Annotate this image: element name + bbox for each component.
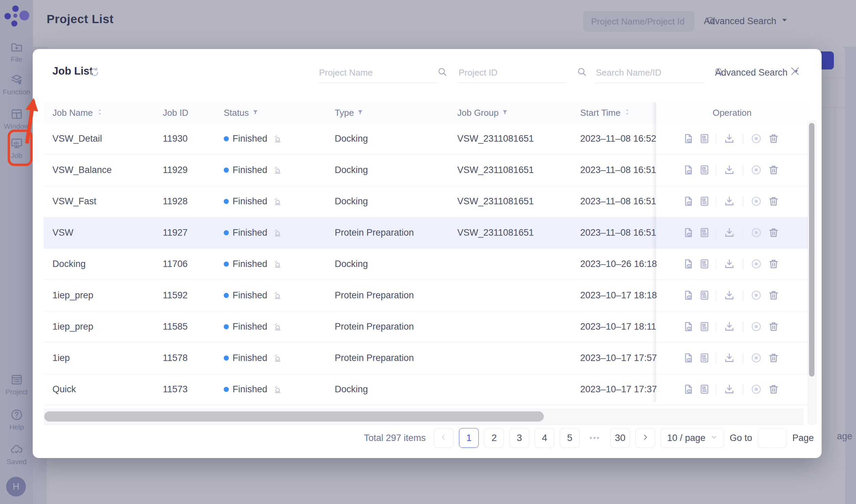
log-icon[interactable] (699, 195, 711, 208)
download-icon[interactable] (724, 258, 736, 270)
download-icon[interactable] (724, 289, 736, 302)
sorter-icon[interactable] (96, 108, 104, 118)
view-result-icon[interactable] (683, 195, 695, 208)
page-size-label: 10 / page (667, 433, 706, 443)
table-row[interactable]: 1iep_prep11592FinishedProtein Preparatio… (44, 280, 808, 311)
table-row[interactable]: VSW11927FinishedProtein PreparationVSW_2… (44, 217, 808, 249)
table-row[interactable]: 1iep11578FinishedProtein Preparation2023… (44, 343, 808, 374)
goto-page-input[interactable] (758, 428, 787, 448)
table-row[interactable]: VSW_Detail11930FinishedDockingVSW_231108… (44, 123, 808, 155)
alarm-icon[interactable] (273, 291, 282, 300)
pagination-page-30[interactable]: 30 (610, 428, 630, 448)
project-id-filter[interactable] (458, 63, 566, 83)
log-icon[interactable] (699, 383, 711, 396)
search-icon[interactable] (437, 67, 447, 78)
view-result-icon[interactable] (683, 321, 695, 333)
log-icon[interactable] (699, 321, 711, 333)
funnel-icon[interactable] (357, 108, 364, 118)
pagination-page-2[interactable]: 2 (484, 428, 504, 448)
table-row[interactable]: Quick11573FinishedDocking2023–10–17 17:3… (44, 374, 808, 405)
stop-icon (750, 133, 763, 145)
alarm-icon[interactable] (273, 134, 282, 143)
vertical-scrollbar-thumb[interactable] (809, 123, 814, 377)
pagination-page-4[interactable]: 4 (535, 428, 554, 448)
close-icon[interactable] (789, 65, 803, 79)
alarm-icon[interactable] (273, 322, 282, 331)
download-icon[interactable] (724, 133, 736, 145)
column-header-start-time[interactable]: Start Time (580, 102, 631, 123)
download-icon[interactable] (724, 164, 736, 176)
status-text: Finished (233, 290, 267, 301)
project-name-filter[interactable] (318, 63, 438, 83)
refresh-icon[interactable] (89, 67, 100, 78)
pagination-prev-button[interactable] (434, 428, 454, 448)
delete-icon[interactable] (768, 383, 780, 396)
project-id-input[interactable] (458, 67, 573, 78)
pagination-page-1[interactable]: 1 (459, 428, 479, 448)
delete-icon[interactable] (768, 164, 780, 176)
delete-icon[interactable] (768, 289, 780, 302)
alarm-icon[interactable] (273, 197, 282, 206)
funnel-icon[interactable] (502, 108, 508, 118)
download-icon[interactable] (724, 352, 736, 364)
search-name-filter[interactable] (595, 63, 704, 83)
alarm-icon[interactable] (273, 166, 282, 175)
funnel-icon[interactable] (252, 108, 259, 118)
download-icon[interactable] (724, 227, 736, 239)
view-result-icon[interactable] (683, 133, 695, 145)
alarm-icon[interactable] (273, 353, 282, 363)
horizontal-scrollbar[interactable] (44, 409, 804, 425)
modal-advanced-search[interactable]: Advanced Search (715, 63, 800, 82)
pagination-ellipsis[interactable]: ••• (585, 434, 605, 442)
delete-icon[interactable] (768, 133, 780, 145)
operation-divider (743, 259, 743, 270)
project-name-input[interactable] (318, 67, 434, 78)
log-icon[interactable] (699, 352, 711, 364)
operation-divider (716, 165, 716, 176)
search-name-input[interactable] (595, 67, 711, 78)
delete-icon[interactable] (768, 258, 780, 270)
view-result-icon[interactable] (683, 164, 695, 176)
delete-icon[interactable] (768, 227, 780, 239)
delete-icon[interactable] (768, 321, 780, 333)
log-icon[interactable] (699, 227, 711, 239)
table-row[interactable]: 1iep_prep11585FinishedProtein Preparatio… (44, 311, 808, 343)
log-icon[interactable] (699, 164, 711, 176)
operation-divider (743, 353, 743, 364)
delete-icon[interactable] (768, 352, 780, 364)
operation-divider (716, 196, 716, 207)
log-icon[interactable] (699, 289, 711, 302)
pagination-next-button[interactable] (635, 428, 655, 448)
download-icon[interactable] (724, 321, 736, 333)
column-header-job-group[interactable]: Job Group (457, 102, 508, 123)
search-icon[interactable] (577, 67, 587, 78)
view-result-icon[interactable] (683, 352, 695, 364)
table-row[interactable]: Docking11706FinishedDocking2023–10–26 16… (44, 249, 808, 280)
view-result-icon[interactable] (683, 383, 695, 396)
sorter-icon[interactable] (623, 108, 631, 118)
pagination-page-3[interactable]: 3 (509, 428, 529, 448)
alarm-icon[interactable] (273, 385, 282, 394)
vertical-scrollbar[interactable] (808, 120, 817, 425)
alarm-icon[interactable] (273, 228, 282, 237)
table-row[interactable]: VSW_Fast11928FinishedDockingVSW_23110816… (44, 186, 808, 217)
log-icon[interactable] (699, 258, 711, 270)
horizontal-scrollbar-thumb[interactable] (44, 411, 544, 422)
status-dot (224, 230, 229, 235)
column-header-status[interactable]: Status (224, 102, 259, 123)
alarm-icon[interactable] (273, 259, 282, 269)
view-result-icon[interactable] (683, 258, 695, 270)
download-icon[interactable] (724, 195, 736, 208)
delete-icon[interactable] (768, 195, 780, 208)
download-icon[interactable] (724, 383, 736, 396)
column-header-type[interactable]: Type (335, 102, 364, 123)
cell-job-name: VSW (52, 217, 74, 248)
log-icon[interactable] (699, 133, 711, 145)
view-result-icon[interactable] (683, 289, 695, 302)
page-size-select[interactable]: 10 / page (661, 428, 724, 448)
cell-start-time: 2023–10–17 18:11 (580, 311, 656, 342)
view-result-icon[interactable] (683, 227, 695, 239)
table-row[interactable]: VSW_Balance11929FinishedDockingVSW_23110… (44, 155, 808, 186)
column-header-job-name[interactable]: Job Name (52, 102, 104, 123)
pagination-page-5[interactable]: 5 (560, 428, 580, 448)
